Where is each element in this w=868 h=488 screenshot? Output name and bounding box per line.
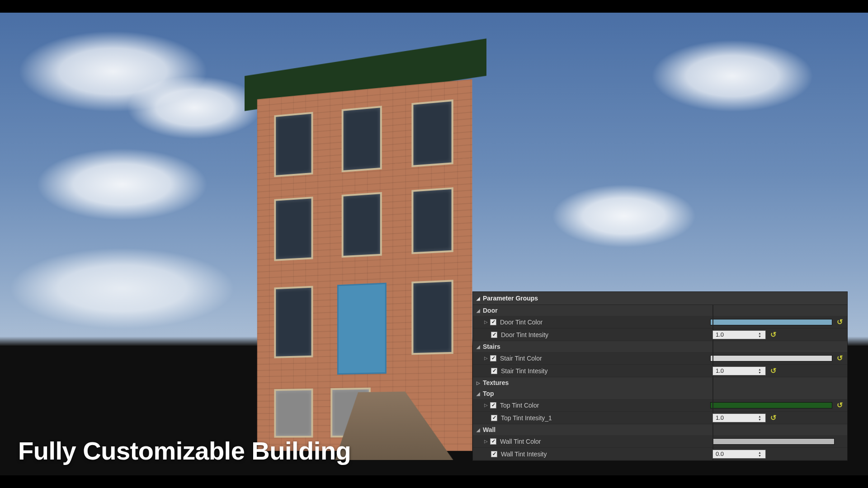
param-label: Top Tint Color — [500, 402, 539, 409]
expanded-icon: ◢ — [476, 344, 480, 349]
param-row: ▷✓Top Tint Color↺ — [473, 399, 847, 412]
param-row: ✓Top Tint Intesity_11.0▲▼↺ — [473, 412, 847, 424]
param-row: ✓Wall Tint Intesity0.0▲▼ — [473, 448, 847, 460]
reset-icon[interactable]: ↺ — [770, 413, 776, 422]
param-checkbox[interactable]: ✓ — [490, 402, 496, 408]
number-value: 0.0 — [716, 450, 724, 457]
section-label: Door — [483, 307, 498, 314]
param-row: ▷✓Door Tint Color↺ — [473, 316, 847, 328]
reset-icon[interactable]: ↺ — [770, 366, 776, 375]
expanded-icon: ◢ — [476, 427, 480, 432]
spinner-arrows[interactable]: ▲▼ — [758, 367, 764, 375]
panel-header[interactable]: ◢ Parameter Groups — [473, 292, 847, 305]
color-swatch[interactable] — [710, 355, 832, 361]
param-label: Door Tint Intesity — [501, 331, 548, 338]
overlay-title: Fully Customizable Building — [18, 436, 351, 465]
reset-icon[interactable]: ↺ — [770, 330, 776, 339]
color-swatch[interactable] — [710, 319, 832, 325]
param-row: ✓Door Tint Intesity1.0▲▼↺ — [473, 328, 847, 341]
param-checkbox[interactable]: ✓ — [491, 451, 497, 457]
color-swatch[interactable] — [710, 402, 832, 408]
reset-icon[interactable]: ↺ — [837, 401, 843, 409]
param-checkbox[interactable]: ✓ — [490, 355, 496, 361]
param-checkbox[interactable]: ✓ — [491, 415, 497, 421]
param-label: Wall Tint Color — [500, 438, 541, 445]
number-input[interactable]: 1.0▲▼ — [712, 366, 766, 375]
param-row: ▷✓Stair Tint Color↺ — [473, 352, 847, 365]
section-header-textures[interactable]: ▷Textures — [473, 377, 847, 388]
section-label: Wall — [483, 426, 495, 433]
param-row: ▷✓Wall Tint Color — [473, 435, 847, 448]
expanded-icon: ◢ — [476, 391, 480, 396]
expand-icon[interactable]: ▷ — [483, 403, 489, 408]
param-checkbox[interactable]: ✓ — [491, 368, 497, 374]
expanded-icon: ◢ — [476, 308, 480, 313]
building-mesh — [257, 47, 472, 451]
number-input[interactable]: 0.0▲▼ — [712, 450, 766, 459]
section-header-wall[interactable]: ◢Wall — [473, 424, 847, 435]
section-header-stairs[interactable]: ◢Stairs — [473, 341, 847, 352]
color-swatch[interactable] — [712, 438, 835, 445]
reset-icon[interactable]: ↺ — [837, 354, 843, 362]
expand-icon[interactable]: ▷ — [483, 319, 489, 324]
param-label: Stair Tint Intesity — [501, 367, 547, 375]
number-input[interactable]: 1.0▲▼ — [712, 330, 766, 339]
panel-title: Parameter Groups — [483, 295, 538, 302]
reset-icon[interactable]: ↺ — [837, 318, 843, 326]
number-value: 1.0 — [716, 367, 724, 374]
param-checkbox[interactable]: ✓ — [490, 438, 496, 445]
expand-icon[interactable]: ▷ — [483, 356, 489, 361]
spinner-arrows[interactable]: ▲▼ — [758, 331, 764, 339]
parameter-groups-panel: ◢ Parameter Groups ◢Door▷✓Door Tint Colo… — [472, 291, 848, 461]
param-label: Top Tint Intesity_1 — [501, 414, 552, 422]
spinner-arrows[interactable]: ▲▼ — [758, 450, 764, 458]
param-checkbox[interactable]: ✓ — [491, 332, 497, 338]
section-label: Textures — [483, 379, 509, 386]
number-value: 1.0 — [716, 414, 724, 421]
param-label: Wall Tint Intesity — [501, 450, 547, 458]
section-header-top[interactable]: ◢Top — [473, 388, 847, 399]
expand-icon[interactable]: ▷ — [483, 439, 489, 444]
number-input[interactable]: 1.0▲▼ — [712, 413, 766, 422]
param-row: ✓Stair Tint Intesity1.0▲▼↺ — [473, 365, 847, 377]
param-label: Stair Tint Color — [500, 355, 542, 362]
section-header-door[interactable]: ◢Door — [473, 305, 847, 316]
collapse-icon: ◢ — [476, 296, 480, 301]
param-checkbox[interactable]: ✓ — [490, 319, 496, 325]
section-label: Top — [483, 390, 494, 397]
section-label: Stairs — [483, 343, 500, 350]
number-value: 1.0 — [716, 331, 724, 338]
collapsed-icon: ▷ — [476, 380, 480, 385]
param-label: Door Tint Color — [500, 319, 542, 326]
spinner-arrows[interactable]: ▲▼ — [758, 414, 764, 422]
